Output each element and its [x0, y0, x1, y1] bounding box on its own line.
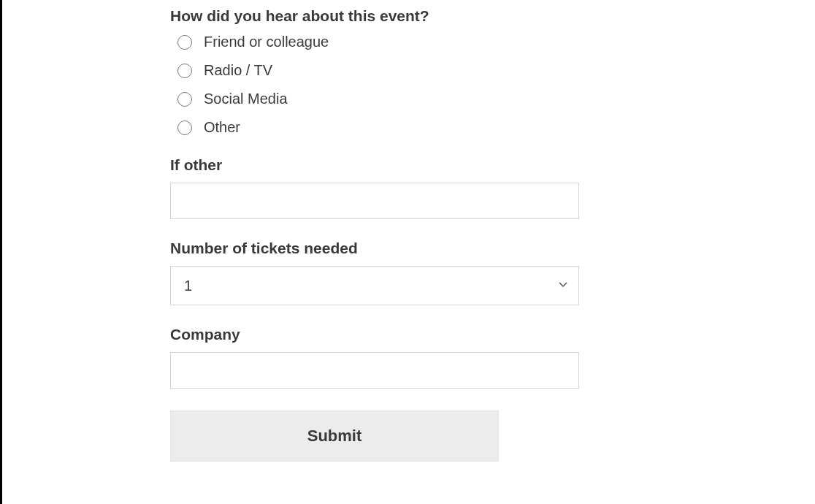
tickets-field: Number of tickets needed 1	[170, 240, 579, 305]
if-other-label: If other	[170, 156, 579, 174]
submit-button[interactable]: Submit	[170, 411, 499, 462]
if-other-input[interactable]	[170, 183, 579, 219]
radio-social-media[interactable]	[177, 92, 192, 107]
company-field: Company	[170, 326, 579, 389]
radio-radio-tv[interactable]	[177, 64, 192, 78]
hear-about-radio-group: Friend or colleague Radio / TV Social Me…	[170, 34, 579, 136]
tickets-select[interactable]: 1	[170, 266, 579, 305]
tickets-select-wrapper: 1	[170, 266, 579, 305]
radio-item-social-media: Social Media	[177, 91, 579, 107]
radio-label[interactable]: Friend or colleague	[204, 34, 329, 50]
tickets-label: Number of tickets needed	[170, 240, 579, 257]
radio-item-other: Other	[177, 119, 579, 136]
radio-other[interactable]	[177, 121, 192, 135]
radio-item-friend: Friend or colleague	[177, 34, 579, 50]
radio-label[interactable]: Other	[204, 119, 240, 136]
company-label: Company	[170, 326, 579, 343]
radio-item-radio-tv: Radio / TV	[177, 62, 579, 79]
hear-about-field: How did you hear about this event? Frien…	[170, 7, 579, 136]
company-input[interactable]	[170, 352, 579, 389]
form-container: How did you hear about this event? Frien…	[2, 0, 579, 462]
if-other-field: If other	[170, 156, 579, 219]
hear-about-label: How did you hear about this event?	[170, 7, 579, 25]
radio-label[interactable]: Radio / TV	[204, 62, 272, 79]
radio-friend-colleague[interactable]	[177, 35, 192, 50]
radio-label[interactable]: Social Media	[204, 91, 288, 107]
